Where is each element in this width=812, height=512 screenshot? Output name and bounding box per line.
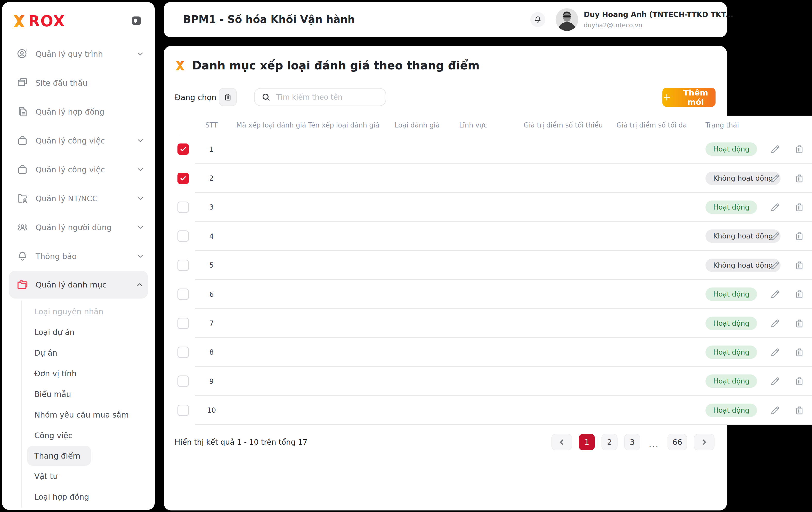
sidebar-item-3[interactable]: Quản lý hợp đồng bbox=[2, 97, 155, 126]
sidebar-item-7[interactable]: Quản lý người dùng bbox=[2, 213, 155, 242]
edit-button[interactable] bbox=[768, 229, 782, 244]
avatar[interactable] bbox=[556, 8, 578, 31]
row-diem-min-cell bbox=[513, 135, 601, 164]
status-badge: Hoạt động bbox=[705, 374, 757, 388]
pagination-page-3[interactable]: 3 bbox=[624, 434, 640, 450]
status-badge: Hoạt động bbox=[705, 142, 757, 156]
row-select-cell bbox=[170, 222, 196, 251]
pagination-page-2[interactable]: 2 bbox=[602, 434, 617, 450]
row-edit-cell bbox=[763, 338, 787, 367]
chevron-down-icon bbox=[136, 223, 145, 232]
row-checkbox[interactable] bbox=[177, 318, 189, 329]
pagination-next-button[interactable] bbox=[694, 434, 715, 450]
sidebar-submenu-item-9[interactable]: Vật tư bbox=[2, 466, 155, 486]
row-diem-max-cell bbox=[601, 338, 686, 367]
row-delete-cell bbox=[787, 222, 812, 251]
sidebar-item-8[interactable]: Thông báo bbox=[2, 242, 155, 271]
rox-logo-text: ROX bbox=[28, 12, 65, 30]
row-edit-cell bbox=[763, 367, 787, 396]
sidebar-submenu-item-8[interactable]: Thang điểm bbox=[27, 446, 91, 466]
sidebar-item-5[interactable]: Quản lý công việc bbox=[2, 155, 155, 184]
sidebar-item-2[interactable]: Site đấu thầu bbox=[2, 68, 155, 97]
delete-button[interactable] bbox=[792, 403, 807, 418]
chevron-down-icon bbox=[136, 136, 145, 145]
submenu-item-label: Đơn vị tính bbox=[34, 369, 77, 378]
sidebar-submenu-item-4[interactable]: Đơn vị tính bbox=[2, 363, 155, 384]
search-input[interactable] bbox=[276, 93, 379, 102]
row-diem-max-cell bbox=[601, 135, 686, 164]
edit-button[interactable] bbox=[768, 374, 782, 389]
bulk-delete-button[interactable] bbox=[219, 88, 237, 106]
edit-button[interactable] bbox=[768, 287, 782, 302]
sidebar-item-1[interactable]: Quản lý quy trình bbox=[2, 39, 155, 68]
row-checkbox[interactable] bbox=[177, 202, 189, 213]
sidebar-item-9[interactable]: Quản lý danh mục bbox=[9, 271, 148, 298]
row-edit-cell bbox=[763, 164, 787, 193]
folder-user-icon bbox=[17, 193, 28, 204]
row-stt-cell: 4 bbox=[196, 222, 227, 251]
row-checkbox[interactable] bbox=[177, 405, 189, 416]
row-linhvuc-cell bbox=[449, 193, 513, 222]
row-checkbox[interactable] bbox=[177, 347, 189, 358]
edit-button[interactable] bbox=[768, 171, 782, 186]
row-ten-cell bbox=[299, 164, 387, 193]
sidebar-submenu-item-3[interactable]: Dự án bbox=[2, 342, 155, 363]
sidebar-submenu-item-10[interactable]: Loại hợp đồng bbox=[2, 486, 155, 507]
edit-button[interactable] bbox=[768, 258, 782, 273]
row-ma-cell bbox=[227, 135, 299, 164]
delete-button[interactable] bbox=[792, 200, 807, 215]
folder-red-icon bbox=[17, 279, 28, 291]
search-box bbox=[254, 88, 386, 106]
row-diem-min-cell bbox=[513, 338, 601, 367]
add-new-button[interactable]: Thêm mới bbox=[662, 88, 716, 107]
row-checkbox[interactable] bbox=[177, 288, 189, 300]
edit-button[interactable] bbox=[768, 200, 782, 215]
delete-button[interactable] bbox=[792, 374, 807, 389]
sidebar-collapse-button[interactable] bbox=[130, 15, 142, 27]
sidebar-submenu-item-7[interactable]: Công việc bbox=[2, 425, 155, 446]
delete-button[interactable] bbox=[792, 287, 807, 302]
status-badge: Hoạt động bbox=[705, 317, 757, 330]
delete-button[interactable] bbox=[792, 229, 807, 244]
edit-button[interactable] bbox=[768, 316, 782, 331]
column-header-8: Trạng thái bbox=[686, 116, 763, 135]
row-checkbox[interactable] bbox=[177, 260, 189, 271]
sidebar-item-4[interactable]: Quản lý công việc bbox=[2, 126, 155, 155]
edit-button[interactable] bbox=[768, 345, 782, 360]
user-gear-icon bbox=[17, 48, 28, 60]
notifications-button[interactable] bbox=[530, 12, 545, 27]
row-divider bbox=[195, 395, 812, 396]
edit-button[interactable] bbox=[768, 403, 782, 418]
pagination-prev-button[interactable] bbox=[551, 434, 572, 450]
delete-button[interactable] bbox=[792, 171, 807, 186]
sidebar-submenu-item-1[interactable]: Loại nguyên nhân bbox=[2, 301, 155, 322]
sidebar-submenu-item-2[interactable]: Loại dự án bbox=[2, 322, 155, 342]
submenu-item-label: Công việc bbox=[34, 431, 72, 440]
row-linhvuc-cell bbox=[449, 135, 513, 164]
row-linhvuc-cell bbox=[449, 396, 513, 425]
edit-button[interactable] bbox=[768, 142, 782, 157]
row-diem-min-cell bbox=[513, 367, 601, 396]
delete-button[interactable] bbox=[792, 142, 807, 157]
row-select-cell bbox=[170, 135, 196, 164]
sidebar-submenu-item-5[interactable]: Biểu mẫu bbox=[2, 384, 155, 404]
status-badge: Hoạt động bbox=[705, 200, 757, 214]
delete-button[interactable] bbox=[792, 345, 807, 360]
column-header-label: Giá trị điểm số tối thiểu bbox=[524, 121, 603, 129]
search-icon bbox=[261, 92, 270, 102]
row-diem-max-cell bbox=[601, 193, 686, 222]
delete-button[interactable] bbox=[792, 316, 807, 331]
sidebar-submenu-item-6[interactable]: Nhóm yêu cầu mua sắm bbox=[2, 404, 155, 425]
row-ten-cell bbox=[299, 135, 387, 164]
row-checkbox[interactable] bbox=[177, 230, 189, 242]
row-checkbox[interactable] bbox=[177, 173, 189, 184]
row-stt: 5 bbox=[209, 261, 213, 269]
pagination-page-66[interactable]: 66 bbox=[668, 434, 687, 450]
delete-button[interactable] bbox=[792, 258, 807, 273]
pagination-page-1[interactable]: 1 bbox=[579, 434, 595, 450]
row-checkbox[interactable] bbox=[177, 375, 189, 387]
sidebar-item-6[interactable]: Quản lý NT/NCC bbox=[2, 184, 155, 213]
row-checkbox[interactable] bbox=[177, 143, 189, 155]
row-stt: 2 bbox=[209, 174, 213, 182]
row-stt-cell: 3 bbox=[196, 193, 227, 222]
